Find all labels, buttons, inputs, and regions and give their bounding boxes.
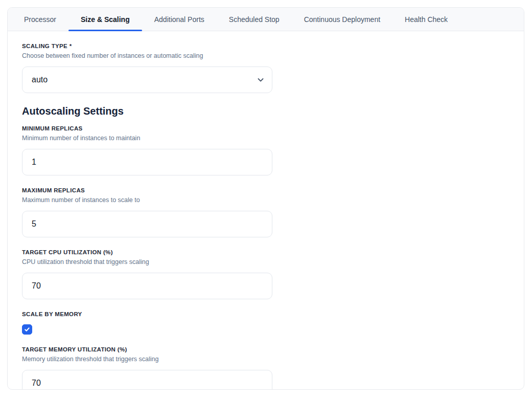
tab-scheduled-stop[interactable]: Scheduled Stop: [217, 8, 292, 31]
scaling-type-group: SCALING TYPE * Choose between fixed numb…: [22, 42, 510, 93]
maximum-replicas-help: Maximum number of instances to scale to: [22, 196, 510, 204]
maximum-replicas-label: MAXIMUM REPLICAS: [22, 187, 510, 194]
form-content: SCALING TYPE * Choose between fixed numb…: [8, 31, 524, 390]
target-cpu-utilization-input[interactable]: [22, 273, 272, 299]
scaling-type-selected-value: auto: [32, 75, 48, 84]
target-cpu-utilization-label: TARGET CPU UTILIZATION (%): [22, 249, 510, 256]
maximum-replicas-input[interactable]: [22, 211, 272, 237]
tab-processor[interactable]: Processor: [12, 8, 68, 31]
tab-size-scaling[interactable]: Size & Scaling: [68, 8, 142, 31]
scale-by-memory-checkbox[interactable]: [22, 324, 32, 335]
target-cpu-utilization-help: CPU utilization threshold that triggers …: [22, 258, 510, 266]
maximum-replicas-group: MAXIMUM REPLICAS Maximum number of insta…: [22, 187, 510, 237]
tab-continuous-deployment[interactable]: Continuous Deployment: [292, 8, 392, 31]
target-memory-utilization-input[interactable]: [22, 370, 272, 390]
tab-additional-ports[interactable]: Additional Ports: [142, 8, 217, 31]
chevron-down-icon: [257, 76, 265, 84]
scale-by-memory-group: SCALE BY MEMORY: [22, 311, 510, 335]
minimum-replicas-label: MINIMUM REPLICAS: [22, 125, 510, 132]
target-memory-utilization-group: TARGET MEMORY UTILIZATION (%) Memory uti…: [22, 346, 510, 390]
minimum-replicas-help: Minimum number of instances to maintain: [22, 135, 510, 142]
scaling-type-select[interactable]: auto: [22, 67, 272, 93]
target-memory-utilization-help: Memory utilization threshold that trigge…: [22, 356, 510, 363]
scale-by-memory-label: SCALE BY MEMORY: [22, 311, 510, 318]
scaling-type-help: Choose between fixed number of instances…: [22, 52, 510, 60]
minimum-replicas-input[interactable]: [22, 149, 272, 175]
tab-health-check[interactable]: Health Check: [392, 8, 460, 31]
autoscaling-settings-heading: Autoscaling Settings: [22, 104, 510, 118]
minimum-replicas-group: MINIMUM REPLICAS Minimum number of insta…: [22, 125, 510, 175]
tab-bar: Processor Size & Scaling Additional Port…: [8, 8, 524, 31]
target-cpu-utilization-group: TARGET CPU UTILIZATION (%) CPU utilizati…: [22, 249, 510, 299]
checkmark-icon: [24, 326, 30, 333]
target-memory-utilization-label: TARGET MEMORY UTILIZATION (%): [22, 346, 510, 353]
settings-card: Processor Size & Scaling Additional Port…: [7, 7, 524, 390]
scaling-type-label: SCALING TYPE *: [22, 42, 510, 50]
